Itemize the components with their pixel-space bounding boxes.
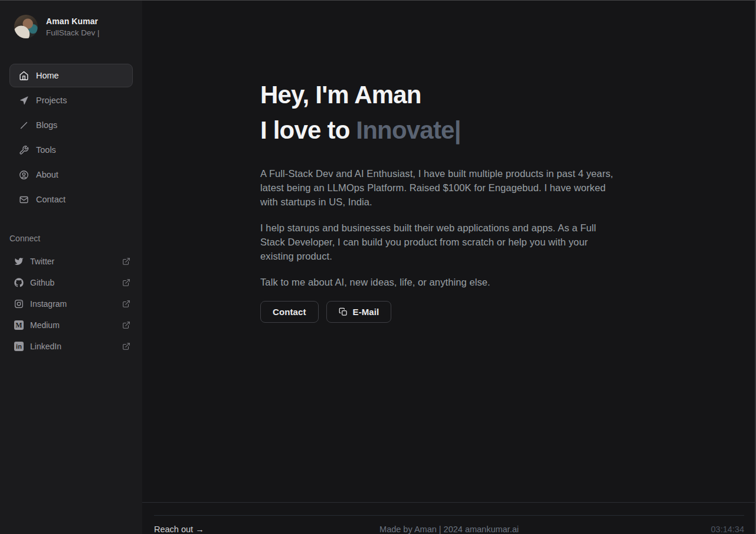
- pen-icon: [19, 120, 29, 130]
- main-area: Hey, I'm Aman I love to Innovate| A Full…: [142, 0, 756, 534]
- intro-paragraph-2: I help starups and businesses built thei…: [260, 221, 623, 263]
- connect-item-label: Instagram: [30, 299, 67, 309]
- typing-cursor: |: [454, 116, 461, 144]
- github-icon: [14, 278, 24, 287]
- sidebar-item-blogs[interactable]: Blogs: [9, 113, 133, 137]
- main-content: Hey, I'm Aman I love to Innovate| A Full…: [142, 0, 756, 502]
- twitter-icon: [14, 257, 24, 266]
- sidebar-item-label: Home: [36, 71, 59, 80]
- profile: Aman Kumar FullStack Dev |: [0, 0, 142, 38]
- connect-list: Twitter Github Instagram M Medium in Lin…: [9, 251, 133, 357]
- user-circle-icon: [19, 170, 29, 180]
- footer-clock: 03:14:34: [519, 525, 744, 534]
- copy-icon: [339, 307, 348, 316]
- external-link-icon: [122, 300, 130, 308]
- instagram-icon: [14, 299, 24, 309]
- connect-item-twitter[interactable]: Twitter: [9, 251, 133, 272]
- email-button-label: E-Mail: [353, 307, 379, 317]
- connect-item-label: Medium: [30, 320, 60, 330]
- window-top-edge: [0, 0, 756, 1]
- external-link-icon: [122, 279, 130, 287]
- profile-name: Aman Kumar: [46, 17, 100, 26]
- profile-text: Aman Kumar FullStack Dev |: [46, 17, 100, 37]
- linkedin-icon: in: [14, 342, 24, 351]
- home-icon: [19, 71, 29, 81]
- hero-highlight: Innovate: [356, 116, 454, 144]
- contact-button[interactable]: Contact: [260, 301, 319, 323]
- connect-item-instagram[interactable]: Instagram: [9, 293, 133, 314]
- footer: Reach out → Made by Aman | 2024 amankuma…: [142, 502, 756, 534]
- medium-icon: M: [14, 320, 24, 330]
- hero-line2-prefix: I love to: [260, 116, 356, 144]
- hero-heading: Hey, I'm Aman I love to Innovate|: [260, 77, 623, 148]
- intro-paragraph-1: A Full-Stack Dev and AI Enthusiast, I ha…: [260, 166, 623, 209]
- sidebar-item-label: Tools: [36, 145, 56, 155]
- connect-item-label: Github: [30, 278, 54, 287]
- connect-item-label: LinkedIn: [30, 342, 61, 351]
- wrench-icon: [19, 145, 29, 155]
- sidebar: Aman Kumar FullStack Dev | Home Projects…: [0, 0, 142, 534]
- email-button[interactable]: E-Mail: [326, 301, 392, 323]
- mail-icon: [19, 195, 29, 205]
- sidebar-nav: Home Projects Blogs Tools About Contact: [9, 64, 133, 211]
- external-link-icon: [122, 321, 130, 329]
- sidebar-item-label: Blogs: [36, 120, 57, 130]
- sidebar-item-tools[interactable]: Tools: [9, 138, 133, 162]
- sidebar-item-label: Projects: [36, 96, 67, 105]
- intro-paragraph-3: Talk to me about AI, new ideas, life, or…: [260, 275, 623, 289]
- external-link-icon: [122, 342, 130, 350]
- sidebar-item-projects[interactable]: Projects: [9, 89, 133, 112]
- sidebar-item-about[interactable]: About: [9, 163, 133, 186]
- hero-line1: Hey, I'm Aman: [260, 81, 421, 109]
- connect-item-github[interactable]: Github: [9, 272, 133, 293]
- sidebar-item-home[interactable]: Home: [9, 64, 133, 87]
- reach-out-link[interactable]: Reach out →: [154, 525, 379, 534]
- external-link-icon: [122, 257, 130, 266]
- footer-inner: Reach out → Made by Aman | 2024 amankuma…: [154, 515, 744, 534]
- sidebar-item-contact[interactable]: Contact: [9, 188, 133, 211]
- connect-item-medium[interactable]: M Medium: [9, 314, 133, 336]
- navigation-icon: [19, 96, 29, 106]
- avatar[interactable]: [14, 15, 38, 38]
- action-buttons: Contact E-Mail: [260, 301, 623, 323]
- app-root: Aman Kumar FullStack Dev | Home Projects…: [0, 0, 756, 534]
- sidebar-item-label: Contact: [36, 195, 66, 204]
- footer-credit: Made by Aman | 2024 amankumar.ai: [379, 525, 519, 534]
- connect-section-label: Connect: [9, 234, 133, 243]
- connect-item-linkedin[interactable]: in LinkedIn: [9, 336, 133, 357]
- sidebar-item-label: About: [36, 170, 58, 179]
- profile-subtitle: FullStack Dev |: [46, 28, 100, 37]
- connect-item-label: Twitter: [30, 257, 54, 266]
